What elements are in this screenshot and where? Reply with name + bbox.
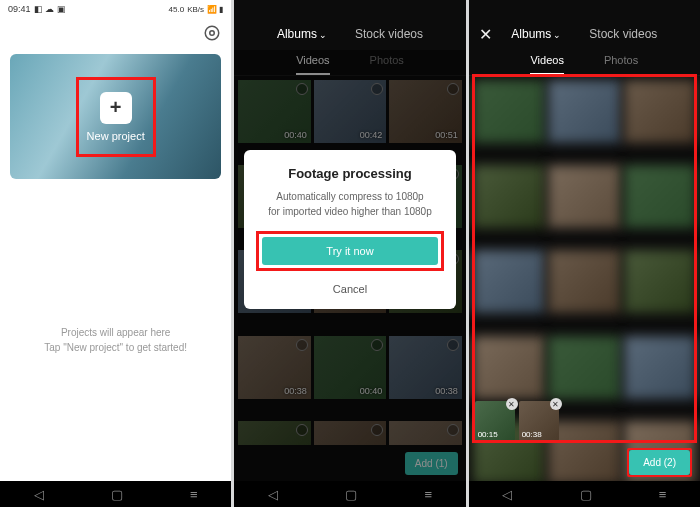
media-thumb[interactable] — [548, 336, 620, 399]
android-navbar: ◁ ▢ ≡ — [469, 481, 700, 507]
media-thumb[interactable] — [624, 250, 696, 313]
selected-thumb[interactable]: ✕00:38 — [519, 401, 559, 441]
status-icons: 45.0KB/s📶 ▮ — [169, 5, 224, 14]
subtab-photos[interactable]: Photos — [604, 50, 638, 75]
nav-recent-icon[interactable]: ≡ — [190, 487, 198, 502]
media-thumb[interactable] — [473, 250, 545, 313]
android-navbar: ◁ ▢ ≡ — [0, 481, 231, 507]
dialog-title: Footage processing — [256, 166, 443, 181]
highlight-new-project — [76, 77, 156, 157]
status-bar — [469, 0, 700, 18]
close-icon[interactable]: ✕ — [479, 25, 492, 44]
svg-point-0 — [210, 31, 215, 36]
media-thumb[interactable] — [473, 80, 545, 143]
nav-home-icon[interactable]: ▢ — [580, 487, 592, 502]
screen-picker-selected: ✕ Albums⌄ Stock videos Videos Photos ✕00… — [469, 0, 700, 507]
nav-home-icon[interactable]: ▢ — [345, 487, 357, 502]
media-thumb[interactable] — [473, 165, 545, 228]
status-bar — [234, 0, 465, 18]
dialog-message: Automatically compress to 1080p for impo… — [256, 189, 443, 219]
tab-stock[interactable]: Stock videos — [355, 27, 423, 41]
try-it-now-button[interactable]: Try it now — [262, 237, 437, 265]
nav-recent-icon[interactable]: ≡ — [424, 487, 432, 502]
screen-home: 09:41 ◧ ☁ ▣ 45.0KB/s📶 ▮ + New project Pr… — [0, 0, 231, 507]
selected-thumb[interactable]: ✕00:15 — [475, 401, 515, 441]
empty-state-text: Projects will appear here Tap "New proje… — [0, 325, 231, 355]
nav-home-icon[interactable]: ▢ — [111, 487, 123, 502]
svg-point-1 — [206, 26, 220, 40]
chevron-down-icon: ⌄ — [319, 30, 327, 40]
picker-topbar: ✕ Albums⌄ Stock videos — [469, 18, 700, 50]
footage-dialog: Footage processing Automatically compres… — [244, 150, 455, 309]
settings-icon[interactable] — [203, 24, 221, 42]
nav-recent-icon[interactable]: ≡ — [659, 487, 667, 502]
status-bar: 09:41 ◧ ☁ ▣ 45.0KB/s📶 ▮ — [0, 0, 231, 18]
tab-albums[interactable]: Albums⌄ — [277, 27, 327, 41]
status-time: 09:41 — [8, 4, 31, 14]
hero-banner: + New project — [10, 54, 221, 179]
subtabs: Videos Photos — [469, 50, 700, 76]
add-button[interactable]: Add (2) — [629, 450, 690, 475]
nav-back-icon[interactable]: ◁ — [34, 487, 44, 502]
media-thumb[interactable] — [624, 165, 696, 228]
media-thumb[interactable] — [548, 165, 620, 228]
picker-topbar: Albums⌄ Stock videos — [234, 18, 465, 50]
media-thumb[interactable] — [473, 336, 545, 399]
media-thumb[interactable] — [548, 250, 620, 313]
remove-icon[interactable]: ✕ — [550, 398, 562, 410]
chevron-down-icon: ⌄ — [553, 30, 561, 40]
remove-icon[interactable]: ✕ — [506, 398, 518, 410]
screen-picker-dialog: Albums⌄ Stock videos Videos Photos 00:40… — [234, 0, 465, 507]
subtab-videos[interactable]: Videos — [530, 50, 563, 75]
highlight-try-button: Try it now — [256, 231, 443, 271]
selected-strip: ✕00:15 ✕00:38 — [475, 401, 694, 445]
tab-albums[interactable]: Albums⌄ — [511, 27, 561, 41]
media-thumb[interactable] — [548, 80, 620, 143]
android-navbar: ◁ ▢ ≡ — [234, 481, 465, 507]
home-topbar — [0, 18, 231, 48]
nav-back-icon[interactable]: ◁ — [268, 487, 278, 502]
media-thumb[interactable] — [624, 336, 696, 399]
media-thumb[interactable] — [624, 80, 696, 143]
highlight-add-button: Add (2) — [627, 448, 692, 477]
tab-stock[interactable]: Stock videos — [589, 27, 657, 41]
nav-back-icon[interactable]: ◁ — [502, 487, 512, 502]
cancel-button[interactable]: Cancel — [256, 279, 443, 299]
